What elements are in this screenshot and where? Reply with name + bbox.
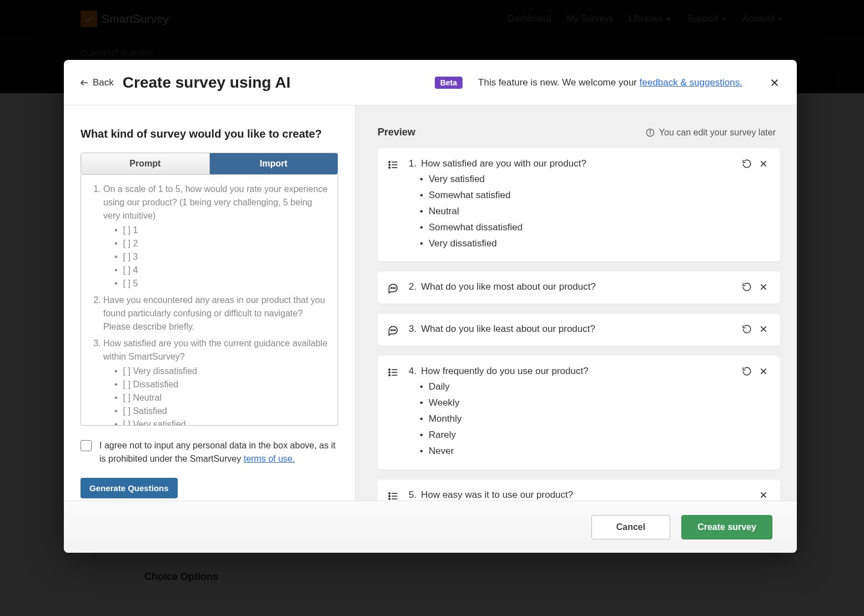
question-options: Very satisfiedSomewhat satisfiedNeutralS…: [409, 171, 732, 251]
close-modal-button[interactable]: [768, 76, 781, 89]
svg-point-21: [395, 330, 396, 331]
svg-point-28: [389, 375, 390, 376]
list-icon: [388, 489, 400, 501]
ai-survey-modal: Back Create survey using AI Beta This fe…: [64, 60, 797, 553]
question-card: 5.How easy was it to use our product?Ver…: [378, 479, 780, 501]
remove-question-button[interactable]: [758, 324, 769, 335]
generate-questions-button[interactable]: Generate Questions: [81, 478, 178, 498]
svg-point-36: [389, 498, 390, 500]
consent-checkbox[interactable]: [81, 440, 92, 451]
remove-question-button[interactable]: [758, 366, 769, 377]
question-number: 3.: [409, 324, 416, 335]
question-option: Very satisfied: [409, 171, 732, 188]
svg-point-32: [389, 493, 390, 494]
arrow-left-icon: [79, 78, 89, 88]
question-text: What do you like most about our product?: [421, 281, 596, 292]
feature-note: This feature is new. We welcome your fee…: [478, 77, 742, 88]
modal-title: Create survey using AI: [123, 74, 290, 92]
question-card: 2.What do you like most about our produc…: [378, 271, 780, 304]
svg-point-14: [391, 288, 392, 289]
back-button[interactable]: Back: [79, 77, 114, 88]
svg-point-5: [650, 130, 650, 131]
question-number: 4.: [409, 366, 416, 377]
question-text: How easy was it to use our product?: [421, 489, 573, 501]
question-text: How frequently do you use our product?: [421, 366, 588, 377]
question-options: DailyWeeklyMonthlyRarelyNever: [409, 379, 732, 459]
question-body: 5.How easy was it to use our product?Ver…: [409, 489, 749, 501]
question-body: 1.How satisfied are you with our product…: [409, 158, 732, 251]
consent-text: I agree not to input any personal data i…: [99, 441, 335, 463]
question-card: 1.How satisfied are you with our product…: [378, 148, 780, 261]
tab-import[interactable]: Import: [210, 153, 338, 174]
question-actions: [741, 281, 769, 294]
prompt-tabs: Prompt Import: [81, 153, 338, 175]
list-icon: [388, 366, 400, 459]
question-number: 1.: [409, 158, 416, 169]
edit-later-note: You can edit your survey later: [646, 128, 776, 138]
preview-title: Preview: [378, 127, 415, 138]
question-actions: [758, 489, 769, 501]
preview-question-list: 1.How satisfied are you with our product…: [378, 148, 792, 501]
question-option: Rarely: [409, 427, 732, 443]
question-number: 5.: [409, 489, 416, 501]
question-card: 4.How frequently do you use our product?…: [378, 356, 780, 469]
remove-question-button[interactable]: [758, 158, 769, 169]
svg-point-10: [389, 167, 390, 169]
terms-link[interactable]: terms of use.: [244, 454, 295, 463]
regenerate-button[interactable]: [741, 324, 752, 335]
question-body: 4.How frequently do you use our product?…: [409, 366, 732, 459]
import-line: Have you encountered any areas in our pr…: [103, 294, 328, 334]
import-line: On a scale of 1 to 5, how would you rate…: [103, 183, 328, 290]
svg-point-16: [395, 288, 396, 289]
import-textarea[interactable]: On a scale of 1 to 5, how would you rate…: [81, 175, 338, 426]
question-text: How satisfied are you with our product?: [421, 158, 586, 169]
svg-point-19: [391, 330, 392, 331]
modal-footer: Cancel Create survey: [64, 501, 797, 553]
question-option: Somewhat dissatisfied: [409, 220, 732, 236]
svg-point-8: [389, 164, 390, 166]
info-icon: [646, 128, 655, 137]
question-text: What do you like least about our product…: [421, 324, 595, 335]
question-body: 3.What do you like least about our produ…: [409, 324, 732, 336]
question-actions: [741, 366, 769, 459]
regenerate-button[interactable]: [741, 366, 752, 377]
question-card: 3.What do you like least about our produ…: [378, 314, 780, 346]
prompt-pane: What kind of survey would you like to cr…: [64, 105, 355, 501]
import-line: How satisfied are you with the current g…: [103, 337, 328, 426]
regenerate-button[interactable]: [741, 281, 752, 292]
svg-point-24: [389, 369, 390, 371]
remove-question-button[interactable]: [758, 489, 769, 501]
regenerate-button[interactable]: [741, 158, 752, 169]
comment-icon: [388, 324, 400, 336]
svg-point-34: [389, 496, 390, 497]
svg-point-20: [393, 330, 394, 331]
remove-question-button[interactable]: [758, 281, 769, 292]
preview-pane: Preview You can edit your survey later 1…: [355, 105, 797, 501]
list-icon: [388, 158, 400, 251]
svg-point-15: [393, 288, 394, 289]
svg-point-26: [389, 372, 390, 373]
question-option: Very dissatisfied: [409, 236, 732, 252]
feedback-link[interactable]: feedback & suggestions.: [640, 77, 742, 88]
question-actions: [741, 158, 769, 251]
consent-row: I agree not to input any personal data i…: [81, 439, 338, 466]
question-option: Daily: [409, 379, 732, 395]
close-icon: [770, 78, 780, 88]
question-actions: [741, 324, 769, 336]
question-option: Weekly: [409, 395, 732, 411]
question-option: Monthly: [409, 411, 732, 427]
prompt-heading: What kind of survey would you like to cr…: [81, 128, 338, 140]
question-option: Never: [409, 443, 732, 460]
question-option: Somewhat satisfied: [409, 188, 732, 204]
beta-badge: Beta: [435, 77, 463, 89]
comment-icon: [388, 281, 400, 294]
tab-prompt[interactable]: Prompt: [81, 153, 210, 174]
modal-header: Back Create survey using AI Beta This fe…: [64, 60, 797, 105]
create-survey-button[interactable]: Create survey: [681, 515, 772, 539]
cancel-button[interactable]: Cancel: [591, 515, 670, 539]
question-option: Neutral: [409, 204, 732, 220]
back-label: Back: [93, 77, 114, 88]
question-body: 2.What do you like most about our produc…: [409, 281, 732, 294]
question-number: 2.: [409, 281, 416, 292]
svg-point-6: [389, 161, 390, 163]
